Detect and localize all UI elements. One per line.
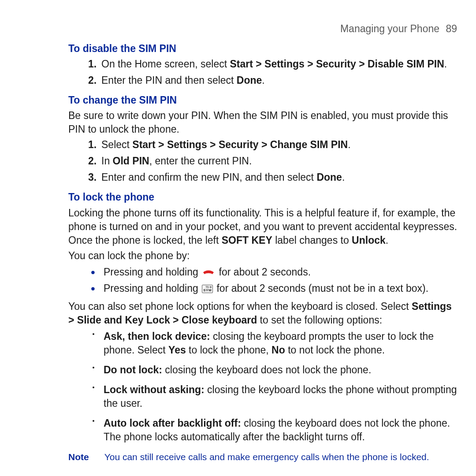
opt-b3: No — [271, 344, 285, 356]
b2a: Pressing and holding — [104, 283, 201, 294]
list-item: 1. Select Start > Settings > Security > … — [88, 138, 458, 152]
opt-bold: Ask, then lock device: — [104, 331, 210, 342]
list-item: • Pressing and holding for about 2 secon… — [88, 265, 458, 279]
list-item: Lock without asking: closing the keyboar… — [88, 383, 458, 410]
opt-bold: Auto lock after backlight off: — [104, 417, 241, 429]
page-number: 89 — [446, 23, 457, 34]
bullet-dot-icon — [93, 420, 94, 422]
step-text-post: . — [342, 171, 345, 183]
change-sim-pin-title: To change the SIM PIN — [18, 93, 458, 107]
step-text-bold: Done — [237, 74, 262, 86]
bullet-dot-icon — [93, 333, 94, 335]
change-sim-pin-steps: 1. Select Start > Settings > Security > … — [18, 138, 458, 184]
step-text-pre: In — [101, 155, 113, 167]
disable-sim-pin-title: To disable the SIM PIN — [18, 42, 458, 56]
note-text: You can still receive calls and make eme… — [104, 451, 429, 463]
step-text-post: . — [348, 139, 350, 150]
opt-mid: to lock the phone, — [186, 344, 271, 356]
disable-sim-pin-steps: 1. On the Home screen, select Start > Se… — [18, 57, 458, 87]
sym-bot: SYM — [203, 289, 212, 292]
lock-options-list: Ask, then lock device: closing the keybo… — [18, 330, 458, 444]
list-item: Ask, then lock device: closing the keybo… — [88, 330, 458, 357]
step-text-bold: Start > Settings > Security > Disable SI… — [230, 58, 444, 70]
step-text-post: . — [262, 74, 264, 86]
bullet-dot-icon — [93, 367, 94, 368]
step-text-bold: Old PIN — [113, 155, 149, 167]
opt-bold: Do not lock: — [104, 364, 162, 376]
sym-key-icon: T9 ✲SYM — [202, 285, 213, 293]
step-text-bold: Start > Settings > Security > Change SIM… — [132, 139, 348, 150]
p1c: label changes to — [272, 234, 352, 246]
p3c: to set the following options: — [257, 314, 382, 326]
opt-post: to not lock the phone. — [285, 344, 385, 356]
page-header: Managing your Phone 89 — [18, 22, 458, 36]
p3a: You can also set phone lock options for … — [68, 301, 412, 312]
step-marker: 1. — [88, 57, 97, 71]
step-text-post: , enter the current PIN. — [149, 155, 252, 167]
lock-phone-title: To lock the phone — [18, 190, 458, 204]
lock-phone-para3: You can also set phone lock options for … — [18, 300, 458, 327]
b1a: Pressing and holding — [104, 266, 201, 278]
note-label: Note — [68, 451, 89, 463]
list-item: 1. On the Home screen, select Start > Se… — [88, 57, 458, 71]
step-marker: 2. — [88, 154, 97, 168]
step-marker: 2. — [88, 74, 97, 87]
end-call-icon — [202, 269, 215, 277]
lock-phone-para2: You can lock the phone by: — [18, 249, 458, 263]
bullet-dot-icon: • — [91, 283, 95, 295]
step-text-pre: Enter the PIN and then select — [101, 74, 237, 86]
step-text-pre: On the Home screen, select — [101, 58, 230, 70]
step-marker: 3. — [88, 171, 97, 184]
list-item: Do not lock: closing the keyboard does n… — [88, 363, 458, 377]
list-item: 2. In Old PIN, enter the current PIN. — [88, 154, 458, 168]
step-text-bold: Done — [316, 171, 342, 183]
list-item: Auto lock after backlight off: closing t… — [88, 416, 458, 444]
step-text-pre: Select — [101, 139, 132, 150]
opt-b2: Yes — [168, 344, 186, 356]
note-row: Note You can still receive calls and mak… — [18, 451, 458, 463]
list-item: 3. Enter and confirm the new PIN, and th… — [88, 171, 458, 184]
p1e: . — [386, 234, 388, 246]
list-item: • Pressing and holding T9 ✲SYM for about… — [88, 282, 458, 295]
p1d: Unlock — [352, 234, 386, 246]
b2b: for about 2 seconds (must not be in a te… — [214, 283, 428, 294]
b1b: for about 2 seconds. — [216, 266, 311, 278]
lock-phone-para1: Locking the phone turns off its function… — [18, 206, 458, 247]
header-title: Managing your Phone — [340, 23, 439, 34]
opt-pre: closing the keyboard does not lock the p… — [162, 364, 371, 376]
opt-bold: Lock without asking: — [104, 384, 205, 395]
step-marker: 1. — [88, 138, 97, 152]
step-text-pre: Enter and confirm the new PIN, and then … — [101, 171, 316, 183]
bullet-dot-icon — [93, 387, 94, 388]
change-sim-pin-intro: Be sure to write down your PIN. When the… — [18, 109, 458, 136]
list-item: 2. Enter the PIN and then select Done. — [88, 74, 458, 87]
step-text-post: . — [444, 58, 447, 70]
lock-by-list: • Pressing and holding for about 2 secon… — [18, 265, 458, 295]
p1b: SOFT KEY — [222, 234, 272, 246]
bullet-dot-icon: • — [91, 266, 95, 279]
